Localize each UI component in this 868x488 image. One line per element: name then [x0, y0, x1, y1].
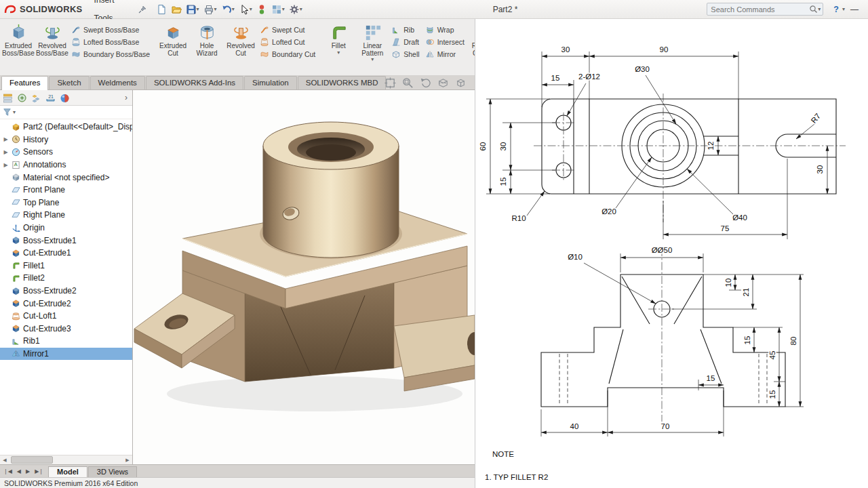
view-orientation-icon[interactable]: [454, 77, 467, 92]
dropdown-caret[interactable]: ▾: [337, 50, 340, 56]
ribbon-button-intersect[interactable]: Intersect: [425, 37, 465, 47]
previous-view-icon[interactable]: [419, 77, 432, 92]
section-view-icon[interactable]: [437, 77, 450, 92]
ribbon-button-lofted-cut[interactable]: Lofted Cut: [260, 37, 315, 47]
view-settings-button[interactable]: ▾: [270, 3, 286, 16]
tree-item-cut-extrude1[interactable]: Cut-Extrude1: [0, 247, 132, 260]
tree-item-sensors[interactable]: ▶Sensors: [0, 146, 132, 159]
graphics-viewport[interactable]: [133, 90, 475, 464]
tab-weldments[interactable]: Weldments: [90, 76, 145, 89]
help-button[interactable]: ?: [830, 5, 842, 14]
tab-solidworks-mbd[interactable]: SOLIDWORKS MBD: [298, 76, 387, 89]
dimension-label: Ø20: [601, 207, 616, 216]
panel-flyout-chevron-icon[interactable]: ›: [123, 93, 130, 102]
panel-horizontal-scrollbar[interactable]: ◀ ▶: [0, 455, 132, 464]
ribbon-button-wrap[interactable]: Wrap: [425, 25, 465, 35]
tree-filter-row[interactable]: ▾: [0, 106, 132, 119]
ribbon-button-rib[interactable]: Rib: [391, 25, 419, 35]
ribbon-button-lofted-boss-base[interactable]: Lofted Boss/Base: [71, 37, 150, 47]
tree-item-history[interactable]: ▶History: [0, 134, 132, 146]
tree-item-cut-loft1[interactable]: Cut-Loft1: [0, 310, 132, 323]
tab-nav-arrows: ❘◀ ◀ ▶ ▶❘: [1, 468, 45, 474]
tree-item-mirror1[interactable]: Mirror1: [0, 348, 132, 361]
ribbon-button-hole-wizard[interactable]: Hole Wizard: [190, 20, 224, 57]
tree-item-top-plane[interactable]: Top Plane: [0, 197, 132, 209]
expand-caret-icon[interactable]: ▶: [2, 162, 9, 168]
menu-insert[interactable]: Insert: [90, 0, 137, 9]
ribbon-button-linear-pattern[interactable]: Linear Pattern▾: [355, 20, 389, 62]
tree-item-right-plane[interactable]: Right Plane: [0, 209, 132, 222]
expand-caret-icon[interactable]: ▶: [2, 136, 9, 142]
tree-item-front-plane[interactable]: Front Plane: [0, 184, 132, 197]
pin-icon[interactable]: [138, 5, 146, 14]
search-icon[interactable]: [809, 5, 818, 14]
ribbon-button-swept-boss-base[interactable]: Swept Boss/Base: [71, 25, 150, 35]
ribbon-button-fillet[interactable]: Fillet▾: [321, 20, 355, 56]
ribbon-button-draft[interactable]: Draft: [391, 37, 419, 47]
scroll-thumb[interactable]: [11, 456, 53, 464]
filter-funnel-icon[interactable]: [3, 108, 12, 117]
dimxpert-manager-tab-icon[interactable]: 21: [45, 93, 56, 103]
search-dropdown-caret[interactable]: ▾: [818, 7, 821, 12]
tree-item-cut-extrude2[interactable]: Cut-Extrude2: [0, 297, 132, 310]
tree-item-annotations[interactable]: ▶AAnnotations: [0, 159, 132, 171]
tab-simulation[interactable]: Simulation: [244, 76, 297, 89]
minimize-button[interactable]: —: [845, 5, 864, 14]
document-tab-bar: ❘◀ ◀ ▶ ▶❘ Model3D Views: [0, 464, 475, 477]
new-button[interactable]: [155, 3, 168, 16]
scroll-left-arrow[interactable]: ◀: [0, 455, 9, 464]
tree-item-material-not-specified-[interactable]: Material <not specified>: [0, 171, 132, 184]
ribbon-button-shell[interactable]: Shell: [391, 49, 419, 59]
tree-item-label: Cut-Extrude1: [23, 248, 71, 258]
tree-item-fillet1[interactable]: Fillet1: [0, 260, 132, 272]
rebuild-button[interactable]: [255, 3, 269, 16]
ribbon-button-extruded-boss-base[interactable]: Extruded Boss/Base: [1, 20, 35, 57]
ribbon-button-mirror[interactable]: Mirror: [425, 49, 465, 59]
dimension-label: Ø10: [568, 253, 583, 261]
tree-item-boss-extrude1[interactable]: Boss-Extrude1: [0, 234, 132, 247]
tab-solidworks-add-ins[interactable]: SOLIDWORKS Add-Ins: [146, 76, 243, 89]
doc-tab-3d-views[interactable]: 3D Views: [88, 466, 137, 477]
scroll-track[interactable]: [9, 455, 123, 464]
ribbon-button-boundary-cut[interactable]: Boundary Cut: [260, 49, 315, 59]
drawing-reference-pane: 3090152-Ø12Ø30R7603015R10Ø20Ø40751230ØØ5…: [475, 19, 868, 488]
select-button[interactable]: ▾: [237, 3, 254, 16]
expand-caret-icon[interactable]: ▶: [2, 149, 9, 155]
configuration-manager-tab-icon[interactable]: [31, 93, 41, 103]
open-button[interactable]: [170, 3, 183, 16]
ribbon-button-extruded-cut[interactable]: Extruded Cut: [156, 20, 190, 57]
filter-caret[interactable]: ▾: [13, 110, 16, 115]
tree-item-fillet2[interactable]: Fillet2: [0, 272, 132, 285]
scroll-right-arrow[interactable]: ▶: [123, 455, 132, 464]
tree-item-cut-extrude3[interactable]: Cut-Extrude3: [0, 323, 132, 336]
tab-features[interactable]: Features: [1, 76, 48, 90]
display-manager-tab-icon[interactable]: [60, 93, 70, 103]
next-tab-icon[interactable]: ▶: [24, 468, 32, 474]
ribbon-button-swept-cut[interactable]: Swept Cut: [260, 25, 315, 35]
options-button[interactable]: ▾: [288, 3, 304, 16]
zoom-fit-icon[interactable]: [384, 77, 397, 92]
feature-manager-tab-icon[interactable]: [3, 93, 13, 103]
tree-item-rib1[interactable]: Rib1: [0, 335, 132, 348]
property-manager-tab-icon[interactable]: [17, 93, 27, 103]
doc-tab-model[interactable]: Model: [48, 466, 87, 477]
last-tab-icon[interactable]: ▶❘: [33, 468, 45, 474]
ribbon-button-revolved-boss-base[interactable]: Revolved Boss/Base: [35, 20, 69, 57]
prev-tab-icon[interactable]: ◀: [15, 468, 23, 474]
search-commands-box[interactable]: ▾: [707, 3, 823, 16]
first-tab-icon[interactable]: ❘◀: [1, 468, 14, 474]
zoom-area-icon[interactable]: [401, 77, 414, 92]
ribbon-button-boundary-boss-base[interactable]: Boundary Boss/Base: [71, 49, 150, 59]
print-button[interactable]: ▾: [202, 3, 218, 16]
origin-icon: [12, 223, 21, 232]
tree-item-boss-extrude2[interactable]: Boss-Extrude2: [0, 285, 132, 298]
ribbon-button-revolved-cut[interactable]: Revolved Cut: [224, 20, 258, 57]
tree-root-item[interactable]: Part2 (Default<<Default>_Display: [0, 121, 132, 134]
undo-button[interactable]: ▾: [220, 3, 236, 16]
tab-sketch[interactable]: Sketch: [49, 76, 89, 89]
dimension-label: 80: [789, 337, 797, 346]
save-button[interactable]: ▾: [184, 3, 201, 16]
tree-item-origin[interactable]: Origin: [0, 222, 132, 235]
search-input[interactable]: [709, 5, 809, 14]
dropdown-caret[interactable]: ▾: [371, 57, 374, 62]
